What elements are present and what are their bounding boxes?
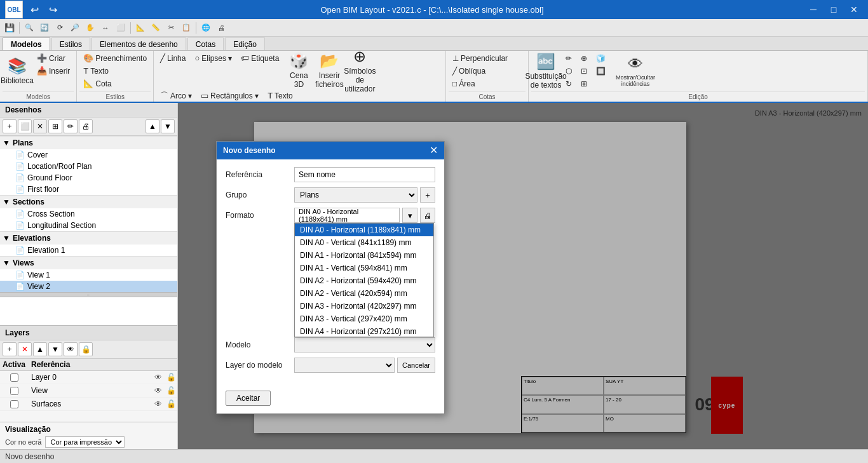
formato-dropdown-btn[interactable]: ▾ bbox=[402, 208, 417, 223]
ed-btn5[interactable]: ⊡ bbox=[577, 65, 591, 77]
tab-elementos[interactable]: Elementos de desenho bbox=[92, 37, 186, 50]
tb-btn-10[interactable]: ✂ bbox=[164, 21, 178, 35]
add-layer-btn[interactable]: + bbox=[3, 342, 17, 356]
criar-btn[interactable]: ➕ Criar bbox=[33, 52, 74, 64]
up-btn[interactable]: ▲ bbox=[146, 119, 159, 133]
layer-up-btn[interactable]: ▲ bbox=[33, 342, 47, 356]
perpendicular-btn[interactable]: ⊥ Perpendicular bbox=[449, 52, 512, 64]
ed-btn6[interactable]: ⊞ bbox=[577, 77, 591, 90]
viz-select[interactable]: Cor para impressão Cor no ecrã Preto e b… bbox=[45, 436, 125, 448]
print-btn[interactable]: 🖨 bbox=[79, 119, 93, 133]
layer-row-2[interactable]: Surfaces 👁 🔓 bbox=[0, 398, 177, 411]
tree-item-view1[interactable]: 📄 View 1 bbox=[0, 269, 177, 281]
layer2-vis-btn[interactable]: 👁 bbox=[152, 398, 165, 410]
dropdown-option-6[interactable]: DIN A3 - Horizontal (420x297) mm bbox=[295, 300, 433, 312]
cena3d-btn[interactable]: 🎲 Cena 3D bbox=[284, 52, 313, 89]
mostrar-ocultar-btn[interactable]: 👁 Mostrar/Ocultar incidências bbox=[618, 52, 653, 90]
area-btn[interactable]: □ Área bbox=[449, 77, 512, 90]
inserir-ficheiros-btn[interactable]: 📂 Inserir ficheiros bbox=[315, 52, 344, 89]
tab-edicao[interactable]: Edição bbox=[225, 37, 265, 50]
ed-btn8[interactable]: 🔲 bbox=[592, 65, 609, 77]
edit-btn[interactable]: ✏ bbox=[64, 119, 78, 133]
remove-btn[interactable]: ✕ bbox=[33, 119, 47, 133]
tb-btn-3[interactable]: ⟳ bbox=[53, 21, 67, 35]
layer-vis-btn[interactable]: 👁 bbox=[64, 342, 78, 356]
tree-group-sections[interactable]: ▼ Sections bbox=[0, 195, 177, 208]
biblioteca-btn[interactable]: 📚 Biblioteca bbox=[3, 52, 32, 90]
cota-btn[interactable]: 📐 Cota bbox=[79, 77, 151, 90]
linha-btn[interactable]: ╱ Linha bbox=[156, 52, 189, 64]
etiqueta-btn[interactable]: 🏷 Etiqueta bbox=[237, 52, 283, 64]
arco-btn[interactable]: ⌒ Arco ▾ bbox=[156, 90, 196, 102]
layer1-checkbox[interactable] bbox=[0, 387, 29, 395]
tb-btn-12[interactable]: 🌐 bbox=[199, 21, 213, 35]
layer0-checkbox[interactable] bbox=[0, 373, 29, 382]
tab-estilos[interactable]: Estilos bbox=[51, 37, 90, 50]
ed-btn7[interactable]: 🧊 bbox=[592, 52, 609, 64]
tree-group-plans[interactable]: ▼ Plans bbox=[0, 136, 177, 149]
referencia-input[interactable] bbox=[294, 167, 435, 182]
ed-btn3[interactable]: ↻ bbox=[562, 77, 576, 90]
layer-lock-btn[interactable]: 🔒 bbox=[79, 342, 93, 356]
tb-btn-8[interactable]: 📐 bbox=[133, 21, 147, 35]
tb-btn-13[interactable]: 🖨 bbox=[214, 21, 228, 35]
simbolos-btn[interactable]: ⊕ Símbolos de utilizador bbox=[345, 52, 374, 89]
modelo-select[interactable] bbox=[294, 337, 435, 352]
add-drawing-btn[interactable]: + bbox=[3, 119, 17, 133]
tb-btn-5[interactable]: ✋ bbox=[83, 21, 97, 35]
tb-btn-11[interactable]: 📋 bbox=[179, 21, 193, 35]
tree-item-location[interactable]: 📄 Location/Roof Plan bbox=[0, 161, 177, 172]
ed-btn4[interactable]: ⊕ bbox=[577, 52, 591, 64]
tab-modelos[interactable]: Modelos bbox=[3, 37, 50, 50]
layer-down-btn[interactable]: ▼ bbox=[48, 342, 62, 356]
maximize-btn[interactable]: □ bbox=[825, 3, 843, 16]
tree-item-cross[interactable]: 📄 Cross Section bbox=[0, 208, 177, 220]
del-layer-btn[interactable]: ✕ bbox=[18, 342, 32, 356]
tb-btn-4[interactable]: 🔎 bbox=[68, 21, 82, 35]
obliqua-btn[interactable]: ╱ Oblíqua bbox=[449, 65, 512, 77]
dropdown-option-0[interactable]: DIN A0 - Horizontal (1189x841) mm bbox=[295, 224, 433, 236]
tree-item-cover[interactable]: 📄 Cover bbox=[0, 149, 177, 161]
inserir-btn[interactable]: 📥 Inserir bbox=[33, 65, 74, 77]
dropdown-option-3[interactable]: DIN A1 - Vertical (594x841) mm bbox=[295, 262, 433, 274]
tb-btn-2[interactable]: 🔄 bbox=[37, 21, 51, 35]
tree-item-ground-floor[interactable]: 📄 Ground Floor bbox=[0, 172, 177, 184]
table-btn[interactable]: ⊞ bbox=[48, 119, 62, 133]
tb-btn-7[interactable]: ⬜ bbox=[114, 21, 128, 35]
layer2-checkbox[interactable] bbox=[0, 400, 29, 408]
rectangulos-btn[interactable]: ▭ Rectângulos ▾ bbox=[197, 90, 262, 102]
view-btn1[interactable]: ⬜ bbox=[18, 119, 32, 133]
tb-btn-9[interactable]: 📏 bbox=[149, 21, 163, 35]
layer1-vis-btn[interactable]: 👁 bbox=[152, 385, 165, 396]
grupo-add-btn[interactable]: + bbox=[420, 187, 435, 203]
undo-btn[interactable]: ↩ bbox=[28, 4, 41, 16]
tree-item-elevation1[interactable]: 📄 Elevation 1 bbox=[0, 245, 177, 256]
down-btn[interactable]: ▼ bbox=[161, 119, 175, 133]
substituicao-btn[interactable]: 🔤 Substituição de textos bbox=[531, 52, 560, 90]
dropdown-option-5[interactable]: DIN A2 - Vertical (420x594) mm bbox=[295, 287, 433, 300]
aceitar-btn[interactable]: Aceitar bbox=[226, 391, 271, 406]
dropdown-option-4[interactable]: DIN A2 - Horizontal (594x420) mm bbox=[295, 274, 433, 287]
tb-btn-6[interactable]: ↔ bbox=[98, 21, 112, 35]
formato-action-btn[interactable]: 🖨 bbox=[420, 208, 435, 223]
elipses-btn[interactable]: ○ Elipses ▾ bbox=[191, 52, 236, 64]
grupo-select[interactable]: Plans Sections Elevations Views bbox=[294, 187, 417, 203]
save-btn[interactable]: 💾 bbox=[3, 21, 17, 35]
layer-row-1[interactable]: View 👁 🔓 bbox=[0, 384, 177, 398]
ed-btn2[interactable]: ⬡ bbox=[562, 65, 576, 77]
redo-btn[interactable]: ↪ bbox=[46, 4, 60, 16]
layer-row-0[interactable]: Layer 0 👁 🔓 bbox=[0, 371, 177, 384]
minimize-btn[interactable]: ─ bbox=[804, 3, 822, 16]
cancelar-inline-btn[interactable]: Cancelar bbox=[397, 358, 435, 373]
tree-item-first-floor[interactable]: 📄 First floor bbox=[0, 184, 177, 195]
tree-group-elevations[interactable]: ▼ Elevations bbox=[0, 231, 177, 245]
tb-btn-1[interactable]: 🔍 bbox=[22, 21, 36, 35]
dropdown-option-1[interactable]: DIN A0 - Vertical (841x1189) mm bbox=[295, 236, 433, 249]
texto-elem-btn[interactable]: T Texto bbox=[264, 90, 297, 102]
modal-close-btn[interactable]: ✕ bbox=[430, 145, 438, 156]
layer1-lock-btn[interactable]: 🔓 bbox=[165, 385, 177, 396]
tree-item-view2[interactable]: 📄 View 2 bbox=[0, 281, 177, 292]
dropdown-option-2[interactable]: DIN A1 - Horizontal (841x594) mm bbox=[295, 249, 433, 262]
texto-estilo-btn[interactable]: T Texto bbox=[79, 65, 151, 77]
splitter[interactable]: ··· bbox=[0, 292, 177, 297]
